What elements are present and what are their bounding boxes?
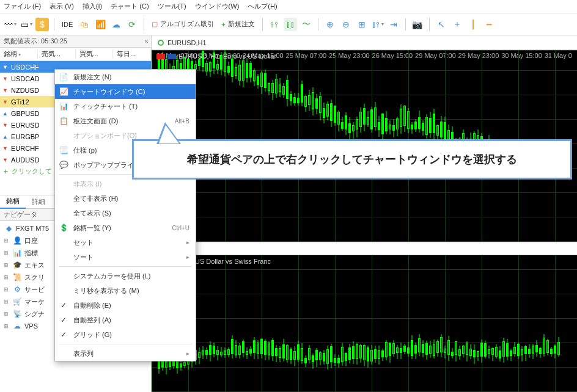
- expand-icon[interactable]: ⊞: [4, 250, 10, 256]
- menu-item[interactable]: システムカラーを使用 (L): [55, 269, 196, 283]
- scroll-end-icon[interactable]: ⇥: [387, 18, 400, 31]
- line-chart-icon[interactable]: 〜: [300, 18, 313, 31]
- nav-icon: 📊: [12, 249, 22, 257]
- chart2-body[interactable]: SDCHF, H1: US Dollar vs Swiss Franc: [152, 255, 577, 392]
- expand-icon[interactable]: ⊞: [4, 262, 10, 268]
- menu-item[interactable]: ✓自動整列 (A): [55, 313, 196, 327]
- marketwatch-header: 気配値表示: 05:30:25 ×: [0, 35, 151, 48]
- vline-icon[interactable]: ┃: [466, 18, 480, 31]
- mt5-icon: ◆: [4, 224, 13, 233]
- menu-label: 自動整列 (A): [73, 316, 111, 325]
- menu-label: ソート: [73, 253, 94, 262]
- menu-label: セット: [73, 238, 94, 247]
- menu-tool[interactable]: ツール(T): [158, 2, 186, 11]
- expand-icon[interactable]: ⊞: [4, 311, 10, 317]
- menu-item[interactable]: 📄新規注文 (N): [55, 70, 196, 84]
- menu-icon: 📃: [59, 146, 68, 154]
- menu-shortcut: Ctrl+U: [172, 225, 189, 231]
- navigator-title: ナビゲータ: [4, 210, 37, 219]
- menu-item[interactable]: ✓自動削除 (E): [55, 298, 196, 313]
- menu-icon: 💲: [59, 223, 68, 232]
- close-icon[interactable]: ×: [144, 37, 149, 46]
- tab-symbols[interactable]: 銘柄: [0, 195, 26, 209]
- signal-icon[interactable]: 📶: [94, 18, 107, 31]
- trend-down-icon: ▼: [2, 145, 9, 151]
- timeframe-dropdown[interactable]: ▭: [20, 18, 33, 31]
- menu-label: チャートウインドウ (C): [73, 87, 145, 96]
- nav-label: エキス: [24, 261, 45, 270]
- algo-trade-button[interactable]: ▢ アルゴリズム取引: [149, 20, 216, 29]
- menu-label: 板注文画面 (D): [73, 117, 118, 126]
- chart1-tab-label: EURUSD,H1: [167, 39, 207, 46]
- col-symbol[interactable]: 銘柄: [0, 49, 38, 59]
- menu-separator: [59, 266, 192, 267]
- expand-icon[interactable]: ⊞: [4, 286, 10, 292]
- cloud-icon[interactable]: ☁: [109, 18, 123, 31]
- expand-icon[interactable]: ⊞: [4, 274, 10, 280]
- nav-icon: 📜: [12, 273, 22, 281]
- ide-button[interactable]: IDE: [59, 21, 75, 28]
- menu-help[interactable]: ヘルプ(H): [248, 2, 277, 11]
- menu-item[interactable]: ✓グリッド (G): [55, 327, 196, 342]
- col-sell[interactable]: 売気...: [38, 49, 76, 59]
- menu-label: グリッド (G): [73, 330, 112, 339]
- crosshair-icon[interactable]: ＋: [450, 18, 464, 31]
- chart1-tab[interactable]: EURUSD,H1: [152, 35, 577, 50]
- candle-chart-icon[interactable]: ⫿⫿: [284, 18, 297, 31]
- nav-label: サービ: [24, 285, 45, 294]
- expand-icon[interactable]: ⊞: [4, 299, 10, 305]
- chart2-candles: [152, 269, 577, 381]
- menu-item[interactable]: 全て非表示 (H): [55, 191, 196, 206]
- bar-chart-icon[interactable]: ⫯⫯: [268, 18, 281, 31]
- menu-insert[interactable]: 挿入(I): [83, 2, 102, 11]
- instruction-callout: 希望通貨ペアの上で右クリックしてチャートウィンドウを選択する: [132, 139, 572, 180]
- symbol-label: EURGBP: [11, 133, 39, 140]
- menu-chart[interactable]: チャート (C): [111, 2, 149, 11]
- nav-icon: 🛒: [12, 297, 22, 306]
- trend-down-icon: ▼: [2, 122, 9, 128]
- menu-window[interactable]: ウインドウ(W): [195, 2, 240, 11]
- menu-label: 銘柄一覧 (Y): [73, 223, 111, 233]
- add-label: クリックして: [12, 167, 52, 176]
- zoom-out-icon[interactable]: ⊖: [339, 18, 353, 31]
- hline-icon[interactable]: ━: [482, 18, 496, 31]
- menu-file[interactable]: ファイル (F): [4, 2, 41, 11]
- tab-details[interactable]: 詳細: [26, 195, 51, 208]
- grid-icon[interactable]: ⊞: [355, 18, 369, 31]
- col-buy[interactable]: 買気...: [76, 49, 114, 59]
- separator: [429, 18, 430, 31]
- menu-item[interactable]: 📊ティックチャート (T): [55, 99, 196, 114]
- menu-label: 全て表示 (S): [73, 209, 111, 218]
- shop-icon[interactable]: 🛍: [78, 18, 91, 31]
- nav-label: 指標: [24, 249, 38, 258]
- menu-item[interactable]: 📈チャートウインドウ (C): [55, 84, 196, 99]
- separator: [262, 18, 263, 31]
- dollar-button[interactable]: $: [35, 18, 49, 31]
- menu-item[interactable]: セット: [55, 235, 196, 250]
- menu-item[interactable]: 表示列: [55, 346, 196, 361]
- expand-icon[interactable]: ⊞: [4, 323, 10, 329]
- symbol-label: GTi12: [11, 98, 29, 106]
- chart-indicator-icon: [158, 40, 164, 46]
- menu-label: 仕様 (p): [73, 146, 97, 155]
- menu-label: 表示列: [73, 349, 94, 358]
- menu-label: システムカラーを使用 (L): [73, 272, 151, 281]
- menu-item[interactable]: 💲銘柄一覧 (Y)Ctrl+U: [55, 220, 196, 235]
- cursor-icon[interactable]: ↖: [435, 18, 448, 31]
- menu-label: ミリ秒を表示する (M): [73, 286, 139, 296]
- zoom-in-icon[interactable]: ⊕: [323, 18, 337, 31]
- line-type-dropdown[interactable]: 〰: [4, 18, 17, 31]
- camera-icon[interactable]: 📷: [411, 18, 424, 31]
- indicator-icon[interactable]: ⫿⫯: [371, 18, 384, 31]
- col-daily[interactable]: 毎日...: [113, 49, 151, 59]
- menu-item[interactable]: ソート: [55, 250, 196, 264]
- symbol-label: USDCAD: [11, 75, 39, 82]
- menu-view[interactable]: 表示 (V): [50, 2, 74, 11]
- new-order-button[interactable]: + 新規注文: [219, 20, 257, 29]
- chart2-tab[interactable]: F,H1: [152, 242, 577, 255]
- menu-item[interactable]: 全て表示 (S): [55, 206, 196, 220]
- menu-item[interactable]: ミリ秒を表示する (M): [55, 283, 196, 298]
- nav-label: VPS: [24, 322, 38, 330]
- expand-icon[interactable]: ⊞: [4, 238, 10, 244]
- refresh-icon[interactable]: ⟳: [125, 18, 139, 31]
